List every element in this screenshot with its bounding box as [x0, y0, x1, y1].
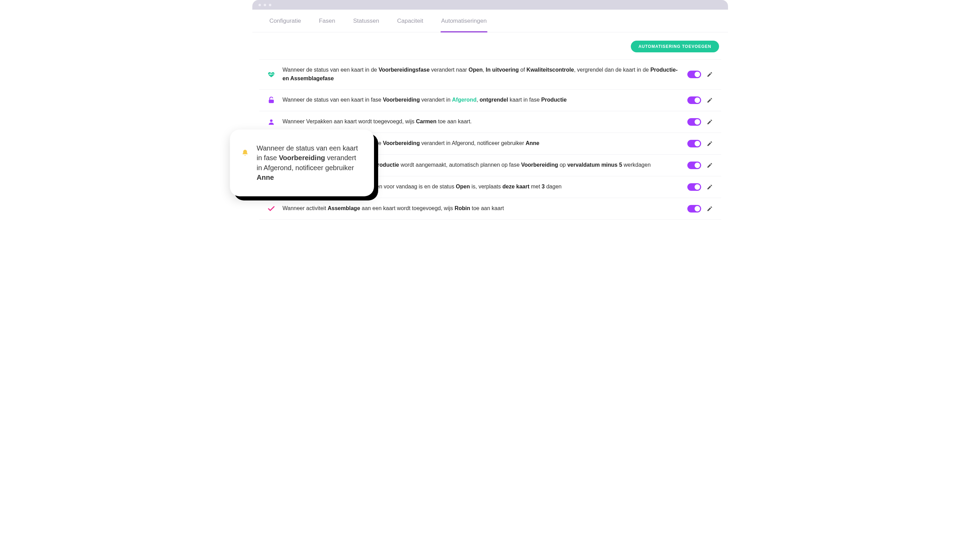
rule-actions	[687, 183, 714, 191]
notification-callout: Wanneer de status van een kaart in fase …	[230, 130, 374, 196]
edit-rule-button[interactable]	[706, 97, 714, 104]
window-dot	[264, 4, 266, 6]
add-automation-button[interactable]: AUTOMATISERING TOEVOEGEN	[631, 41, 719, 52]
rule-enabled-toggle[interactable]	[687, 183, 701, 191]
rule-enabled-toggle[interactable]	[687, 118, 701, 126]
rule-actions	[687, 118, 714, 126]
rule-description: Wanneer de status van een kaart in fase …	[283, 96, 681, 104]
tab-configuratie[interactable]: Configuratie	[269, 10, 302, 32]
tabs-bar: ConfiguratieFasenStatussenCapaciteitAuto…	[252, 10, 728, 32]
rule-enabled-toggle[interactable]	[687, 205, 701, 213]
edit-rule-button[interactable]	[706, 205, 714, 213]
svg-point-1	[270, 119, 272, 122]
automation-rule: Wanneer de status van een kaart in de Vo…	[259, 60, 721, 90]
rule-actions	[687, 97, 714, 104]
tab-fasen[interactable]: Fasen	[318, 10, 336, 32]
edit-rule-button[interactable]	[706, 162, 714, 169]
app-window: ConfiguratieFasenStatussenCapaciteitAuto…	[252, 0, 728, 229]
rule-enabled-toggle[interactable]	[687, 140, 701, 148]
edit-rule-button[interactable]	[706, 140, 714, 148]
window-dot	[269, 4, 271, 6]
unlock-icon	[267, 96, 276, 105]
page-body: AUTOMATISERING TOEVOEGEN Wanneer de stat…	[252, 32, 728, 229]
user-icon	[267, 117, 276, 126]
top-actions: AUTOMATISERING TOEVOEGEN	[259, 41, 721, 59]
svg-rect-0	[269, 100, 274, 103]
tab-label: Fasen	[319, 17, 335, 24]
automation-rule: Wanneer de status van een kaart in fase …	[259, 90, 721, 111]
rule-actions	[687, 162, 714, 169]
rule-actions	[687, 140, 714, 148]
tab-automatiseringen[interactable]: Automatiseringen	[441, 10, 487, 32]
bell-icon	[240, 148, 250, 158]
rule-actions	[687, 71, 714, 78]
rule-description: Wanneer Verpakken aan kaart wordt toegev…	[283, 117, 681, 126]
heart-pulse-icon	[267, 70, 276, 79]
edit-rule-button[interactable]	[706, 118, 714, 126]
window-title-bar	[252, 0, 728, 10]
rule-enabled-toggle[interactable]	[687, 162, 701, 169]
rule-enabled-toggle[interactable]	[687, 71, 701, 78]
tab-label: Capaciteit	[397, 17, 423, 24]
callout-text: Wanneer de status van een kaart in fase …	[257, 143, 361, 183]
rule-description: Wanneer de status van een kaart in de Vo…	[283, 66, 681, 83]
rule-actions	[687, 205, 714, 213]
edit-rule-button[interactable]	[706, 71, 714, 78]
check-icon	[267, 204, 276, 213]
callout-card: Wanneer de status van een kaart in fase …	[230, 130, 374, 196]
tab-statussen[interactable]: Statussen	[352, 10, 380, 32]
automation-rule: Wanneer activiteit Assemblage aan een ka…	[259, 198, 721, 220]
tab-label: Automatiseringen	[441, 17, 487, 24]
window-dot	[259, 4, 261, 6]
rule-enabled-toggle[interactable]	[687, 97, 701, 104]
tab-label: Configuratie	[270, 17, 301, 24]
edit-rule-button[interactable]	[706, 183, 714, 191]
tab-capaciteit[interactable]: Capaciteit	[396, 10, 424, 32]
rule-description: Wanneer activiteit Assemblage aan een ka…	[283, 204, 681, 213]
tab-label: Statussen	[353, 17, 379, 24]
